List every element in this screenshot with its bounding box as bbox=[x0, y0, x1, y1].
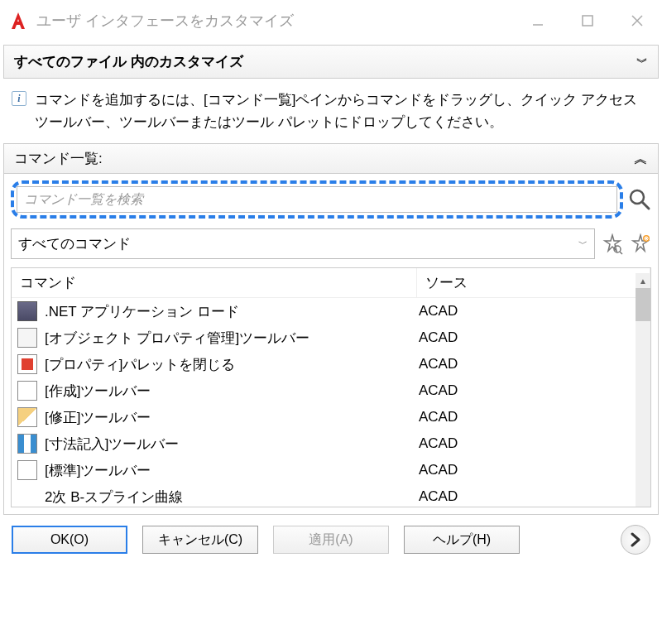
scroll-thumb[interactable] bbox=[636, 288, 650, 321]
command-icon bbox=[13, 485, 41, 507]
svg-line-7 bbox=[620, 252, 622, 254]
command-icon bbox=[13, 432, 41, 455]
help-button[interactable]: ヘルプ(H) bbox=[404, 526, 520, 554]
scrollbar[interactable]: ▲ bbox=[636, 273, 650, 507]
list-item[interactable]: [修正]ツールバーACAD bbox=[12, 404, 650, 430]
apply-button: 適用(A) bbox=[273, 526, 389, 554]
chevron-down-icon: ﹀ bbox=[578, 238, 588, 250]
command-label: [寸法記入]ツールバー bbox=[45, 435, 419, 454]
command-source: ACAD bbox=[419, 356, 650, 372]
command-label: [修正]ツールバー bbox=[45, 408, 419, 427]
collapse-icon: ︾ bbox=[636, 58, 648, 66]
filter-dropdown[interactable]: すべてのコマンド ﹀ bbox=[11, 228, 595, 259]
command-source: ACAD bbox=[419, 409, 650, 425]
svg-line-5 bbox=[642, 202, 649, 209]
svg-rect-1 bbox=[583, 16, 592, 26]
command-panel: コマンド一覧: ︽ すべてのコマンド ﹀ bbox=[3, 143, 659, 515]
list-item[interactable]: [作成]ツールバーACAD bbox=[12, 377, 650, 404]
list-header: コマンド ソース bbox=[12, 268, 650, 298]
all-files-label: すべてのファイル 内のカスタマイズ bbox=[14, 52, 243, 71]
scroll-up-icon[interactable]: ▲ bbox=[636, 273, 650, 288]
list-item[interactable]: [標準]ツールバーACAD bbox=[12, 457, 650, 483]
search-input[interactable] bbox=[17, 186, 617, 213]
command-panel-title: コマンド一覧: bbox=[14, 149, 103, 168]
list-item[interactable]: .NET アプリケーション ロードACAD bbox=[12, 298, 650, 324]
command-source: ACAD bbox=[419, 488, 650, 505]
command-label: .NET アプリケーション ロード bbox=[45, 302, 419, 321]
command-label: [プロパティ]パレットを閉じる bbox=[45, 355, 419, 374]
filter-value: すべてのコマンド bbox=[18, 234, 131, 253]
star-search-icon[interactable] bbox=[602, 233, 623, 255]
list-item[interactable]: [オブジェクト プロパティ管理]ツールバーACAD bbox=[12, 324, 650, 351]
app-logo-icon bbox=[8, 11, 28, 31]
command-icon bbox=[13, 326, 41, 349]
command-icon bbox=[13, 353, 41, 376]
command-list: コマンド ソース .NET アプリケーション ロードACAD[オブジェクト プロ… bbox=[11, 267, 651, 507]
info-bar: i コマンドを追加するには、[コマンド一覧]ペインからコマンドをドラッグし、クイ… bbox=[3, 79, 659, 142]
button-bar: OK(O) キャンセル(C) 適用(A) ヘルプ(H) bbox=[3, 515, 659, 563]
search-highlight bbox=[11, 180, 623, 219]
column-command[interactable]: コマンド bbox=[12, 268, 417, 297]
list-item[interactable]: [プロパティ]パレットを閉じるACAD bbox=[12, 351, 650, 377]
command-label: [作成]ツールバー bbox=[45, 382, 419, 401]
maximize-button[interactable] bbox=[563, 0, 612, 41]
command-icon bbox=[13, 300, 41, 323]
command-icon bbox=[13, 406, 41, 429]
next-button[interactable] bbox=[621, 525, 650, 555]
command-icon bbox=[13, 459, 41, 482]
command-label: [オブジェクト プロパティ管理]ツールバー bbox=[45, 329, 419, 348]
search-icon[interactable] bbox=[628, 188, 651, 211]
window-title: ユーザ インタフェースをカスタマイズ bbox=[36, 11, 513, 31]
command-source: ACAD bbox=[419, 435, 650, 452]
minimize-button[interactable] bbox=[513, 0, 563, 41]
list-item[interactable]: 2次 B-スプライン曲線ACAD bbox=[12, 483, 650, 507]
info-text: コマンドを追加するには、[コマンド一覧]ペインからコマンドをドラッグし、クイック… bbox=[35, 89, 650, 133]
command-icon bbox=[13, 379, 41, 402]
column-source[interactable]: ソース bbox=[417, 268, 650, 297]
list-item[interactable]: [寸法記入]ツールバーACAD bbox=[12, 430, 650, 457]
command-source: ACAD bbox=[419, 329, 650, 346]
expand-icon: ︽ bbox=[634, 149, 648, 168]
info-icon: i bbox=[12, 91, 26, 106]
ok-button[interactable]: OK(O) bbox=[12, 526, 127, 554]
command-source: ACAD bbox=[419, 462, 650, 478]
command-panel-header[interactable]: コマンド一覧: ︽ bbox=[4, 144, 658, 174]
command-label: [標準]ツールバー bbox=[45, 461, 419, 480]
command-label: 2次 B-スプライン曲線 bbox=[45, 488, 419, 507]
command-source: ACAD bbox=[419, 382, 650, 399]
all-files-section-header[interactable]: すべてのファイル 内のカスタマイズ ︾ bbox=[3, 45, 659, 79]
close-button[interactable] bbox=[612, 0, 662, 41]
command-source: ACAD bbox=[419, 303, 650, 320]
titlebar: ユーザ インタフェースをカスタマイズ bbox=[0, 0, 662, 41]
star-new-icon[interactable] bbox=[630, 233, 651, 255]
cancel-button[interactable]: キャンセル(C) bbox=[142, 526, 258, 554]
